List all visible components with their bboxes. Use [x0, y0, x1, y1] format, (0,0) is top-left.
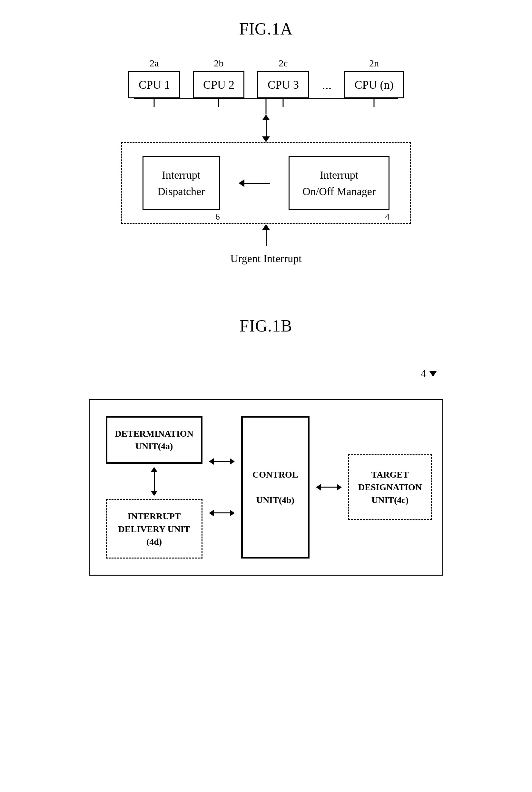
cpu1-text: CPU 1: [139, 78, 170, 91]
cpu3-box: CPU 3: [257, 71, 309, 98]
cpun-box: CPU (n): [344, 71, 403, 98]
bus-area: [89, 98, 443, 114]
delivery-line1: INTERRUPT: [128, 511, 181, 521]
urgent-arrow-line: [266, 230, 267, 246]
cpu2-box: CPU 2: [193, 71, 244, 98]
fig1b-4-indicator: 4: [421, 367, 437, 380]
arrow-up-head: [262, 114, 270, 120]
left-arrow-ctrl: [316, 484, 321, 490]
arrow-down-head: [262, 136, 270, 142]
fig1b-4-arrow: [429, 371, 437, 377]
h-arrows-left: [209, 458, 235, 516]
left-col: DETERMINATION UNIT(4a) INTERRUPT DELIVER…: [106, 416, 203, 559]
inner-row: Interrupt Dispatcher 6 Interrupt On/Off …: [138, 156, 394, 210]
fig1b-diagram: 4 DETERMINATION UNIT(4a): [89, 367, 443, 576]
right-arrow-det: [230, 458, 235, 465]
control-unit-box: CONTROL UNIT(4b): [241, 416, 309, 559]
ctrl-target-arrow: [316, 484, 342, 490]
fig1b-label-area: 4: [89, 367, 443, 380]
target-line1: TARGET: [371, 470, 408, 479]
cpun-group: 2n CPU (n): [344, 58, 403, 98]
cpu2-label: 2b: [214, 58, 224, 69]
det-line: [214, 461, 230, 462]
fig1b-title: FIG.1B: [240, 316, 292, 335]
delivery-line2: DELIVERY UNIT: [118, 524, 190, 534]
interrupt-delivery-box: INTERRUPT DELIVERY UNIT (4d): [106, 499, 203, 559]
cpu1-group: 2a CPU 1: [128, 58, 180, 98]
interrupt-manager-box: Interrupt On/Off Manager: [289, 156, 390, 210]
cpu2-group: 2b CPU 2: [193, 58, 244, 98]
fig1b-outer-box: DETERMINATION UNIT(4a) INTERRUPT DELIVER…: [89, 399, 443, 576]
right-arrow-del: [230, 510, 235, 516]
cpu1-box: CPU 1: [128, 71, 180, 98]
determination-line1: DETERMINATION: [115, 429, 193, 438]
interrupt-dispatcher-box: Interrupt Dispatcher: [142, 156, 220, 210]
target-line3: UNIT(4c): [372, 495, 408, 505]
vert-arrow-line: [154, 472, 155, 491]
vert-arrow-down: [151, 491, 157, 496]
cpu1-label: 2a: [150, 58, 159, 69]
manager-label: 4: [385, 211, 390, 222]
control-line2: UNIT(4b): [252, 494, 298, 506]
fig1a-diagram: 2a CPU 1 2b CPU 2 2c CPU 3: [89, 58, 443, 265]
delivery-line3: (4d): [146, 536, 162, 547]
det-ctrl-arrow: [209, 458, 235, 465]
page: FIG.1A 2a CPU 1 2b CPU 2: [0, 0, 532, 792]
arrow-left-head: [239, 179, 244, 187]
horiz-arrow: [239, 179, 270, 187]
ctrl-line: [321, 487, 337, 488]
cpu-ellipsis: ...: [322, 77, 331, 98]
fig1a-title: FIG.1A: [239, 19, 293, 38]
determination-line2: UNIT(4a): [135, 441, 173, 451]
dispatcher-label: 6: [215, 211, 220, 222]
manager-line2: On/Off Manager: [302, 185, 376, 197]
dashed-outer-box: Interrupt Dispatcher 6 Interrupt On/Off …: [121, 142, 411, 224]
left-arrow-det: [209, 458, 214, 465]
cpu3-group: 2c CPU 3: [257, 58, 309, 98]
determination-unit-box: DETERMINATION UNIT(4a): [106, 416, 203, 464]
cpun-label: 2n: [369, 58, 379, 69]
cpu3-label: 2c: [279, 58, 288, 69]
del-ctrl-arrow: [209, 510, 235, 516]
manager-wrapper: Interrupt On/Off Manager 4: [289, 156, 390, 210]
target-designation-box: TARGET DESIGNATION UNIT(4c): [348, 454, 432, 520]
right-arrow-ctrl: [337, 484, 342, 490]
target-line2: DESIGNATION: [358, 482, 422, 492]
vert-double-arrow: [151, 467, 157, 496]
double-arrow-main: [262, 114, 270, 142]
arrow-h-line: [244, 183, 270, 184]
dispatcher-line2: Dispatcher: [157, 185, 205, 197]
vert-arrow-up: [151, 467, 157, 472]
dispatcher-line1: Interrupt: [162, 169, 200, 181]
fig1b-4-label: 4: [421, 367, 426, 380]
cpun-text: CPU (n): [354, 78, 393, 91]
control-line1: CONTROL: [252, 468, 298, 481]
left-arrow-del: [209, 510, 214, 516]
main-arrow-area: [89, 114, 443, 142]
cpu2-text: CPU 2: [203, 78, 234, 91]
arrow-mid-line: [266, 120, 267, 136]
del-line: [214, 512, 230, 513]
bus-center-vert: [266, 98, 267, 114]
urgent-arrow-area: Urgent Interrupt: [89, 224, 443, 265]
urgent-arrow-head: [262, 224, 270, 230]
manager-line1: Interrupt: [320, 169, 358, 181]
urgent-interrupt-label: Urgent Interrupt: [230, 252, 302, 265]
fig1b-main-row: DETERMINATION UNIT(4a) INTERRUPT DELIVER…: [106, 416, 426, 559]
cpu3-text: CPU 3: [268, 78, 299, 91]
dispatcher-wrapper: Interrupt Dispatcher 6: [142, 156, 220, 210]
